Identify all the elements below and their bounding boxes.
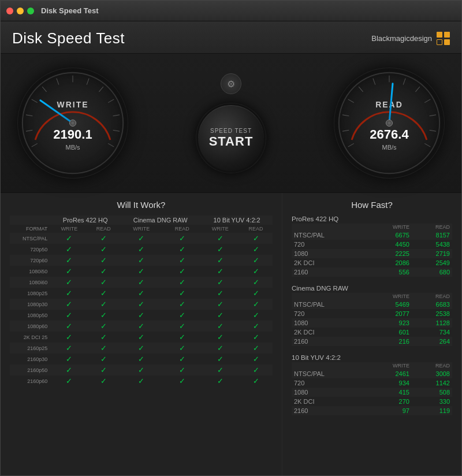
check-cell: ✓	[88, 321, 120, 332]
title-bar: Disk Speed Test	[1, 1, 461, 21]
svg-line-10	[108, 99, 114, 103]
codec-header-3: 10 Bit YUV 4:2:2	[201, 215, 273, 225]
write-gauge-container: WRITE 2190.1 MB/s	[18, 68, 128, 178]
ww-read-2: READ	[163, 225, 201, 233]
checkmark-icon: ✓	[100, 234, 107, 243]
codec-group-title: Cinema DNG RAW	[292, 285, 452, 292]
hf-write-value: 270	[366, 397, 412, 406]
checkmark-icon: ✓	[253, 300, 259, 308]
check-cell: ✓	[163, 255, 201, 266]
checkmark-icon: ✓	[217, 245, 223, 254]
check-cell: ✓	[51, 343, 87, 354]
check-cell: ✓	[239, 266, 273, 277]
table-row: 1080p25✓✓✓✓✓✓	[10, 288, 273, 299]
check-cell: ✓	[88, 288, 120, 299]
check-cell: ✓	[201, 277, 239, 288]
format-cell: 1080p30	[10, 299, 51, 310]
maximize-button[interactable]	[27, 8, 34, 14]
check-cell: ✓	[163, 332, 201, 343]
check-cell: ✓	[88, 310, 120, 321]
read-gauge-unit: MB/s	[382, 144, 396, 151]
checkmark-icon: ✓	[253, 322, 259, 330]
format-cell: 1080i50	[10, 266, 51, 277]
checkmark-icon: ✓	[253, 355, 259, 363]
check-cell: ✓	[239, 244, 273, 255]
checkmark-icon: ✓	[179, 322, 185, 330]
svg-line-16	[342, 130, 349, 131]
write-needle-hub	[69, 120, 76, 127]
check-cell: ✓	[88, 354, 120, 365]
check-cell: ✓	[120, 354, 163, 365]
table-row: NTSC/PAL24613008	[292, 369, 452, 378]
how-fast-table: WRITEREADNTSC/PAL54696683720207725381080…	[292, 293, 452, 346]
gear-icon: ⚙	[227, 79, 235, 90]
hf-read-value: 8157	[412, 230, 452, 240]
checkmark-icon: ✓	[253, 366, 259, 374]
settings-button[interactable]: ⚙	[221, 73, 241, 94]
svg-line-22	[403, 79, 405, 85]
close-button[interactable]	[6, 8, 13, 14]
svg-line-5	[42, 87, 46, 92]
gauges-section: WRITE 2190.1 MB/s ⚙ SPEED TEST START	[1, 54, 461, 192]
checkmark-icon: ✓	[253, 311, 259, 319]
check-cell: ✓	[239, 343, 273, 354]
start-button[interactable]: SPEED TEST START	[196, 103, 266, 173]
checkmark-icon: ✓	[179, 300, 185, 308]
hf-read-value: 2549	[412, 258, 452, 267]
ww-read-1: READ	[88, 225, 120, 233]
how-fast-table: WRITEREADNTSC/PAL66758157720445054381080…	[292, 224, 452, 277]
hf-label-col	[292, 293, 366, 300]
checkmark-icon: ✓	[217, 344, 223, 352]
checkmark-icon: ✓	[179, 311, 185, 319]
checkmark-icon: ✓	[253, 234, 259, 243]
format-cell: 1080p50	[10, 310, 51, 321]
table-row: 72044505438	[292, 240, 452, 249]
checkmark-icon: ✓	[138, 256, 144, 265]
checkmark-icon: ✓	[179, 267, 185, 276]
checkmark-icon: ✓	[100, 311, 107, 319]
check-cell: ✓	[51, 375, 87, 386]
checkmark-icon: ✓	[66, 311, 72, 319]
check-cell: ✓	[163, 365, 201, 375]
svg-line-24	[424, 99, 430, 103]
check-cell: ✓	[239, 233, 273, 244]
checkmark-icon: ✓	[100, 256, 107, 265]
hf-read-value: 119	[412, 406, 452, 415]
checkmark-icon: ✓	[179, 366, 185, 374]
read-gauge: READ 2676.4 MB/s	[334, 68, 444, 178]
check-cell: ✓	[201, 365, 239, 375]
hf-row-label: 720	[292, 309, 366, 318]
checkmark-icon: ✓	[138, 377, 144, 385]
check-cell: ✓	[88, 343, 120, 354]
table-row: 2160216264	[292, 337, 452, 346]
check-cell: ✓	[88, 266, 120, 277]
table-row: NTSC/PAL✓✓✓✓✓✓	[10, 233, 273, 244]
checkmark-icon: ✓	[253, 289, 259, 298]
hf-read-value: 2719	[412, 249, 452, 258]
checkmark-icon: ✓	[138, 289, 144, 298]
checkmark-icon: ✓	[100, 322, 107, 330]
brand-square-3	[437, 39, 442, 45]
hf-read-value: 5438	[412, 240, 452, 249]
table-row: 1080i50✓✓✓✓✓✓	[10, 266, 273, 277]
ww-write-1: WRITE	[51, 225, 87, 233]
table-row: 1080p50✓✓✓✓✓✓	[10, 310, 273, 321]
checkmark-icon: ✓	[138, 366, 144, 374]
hf-write-value: 97	[366, 406, 412, 415]
table-row: 108022252719	[292, 249, 452, 258]
hf-write-value: 556	[366, 267, 412, 277]
check-cell: ✓	[239, 321, 273, 332]
format-cell: 1080i60	[10, 277, 51, 288]
checkmark-icon: ✓	[138, 267, 144, 276]
checkmark-icon: ✓	[66, 278, 72, 287]
check-cell: ✓	[201, 299, 239, 310]
check-cell: ✓	[51, 310, 87, 321]
svg-line-4	[32, 99, 38, 103]
table-row: 2160p25✓✓✓✓✓✓	[10, 343, 273, 354]
check-cell: ✓	[88, 332, 120, 343]
minimize-button[interactable]	[17, 8, 24, 14]
hf-row-label: NTSC/PAL	[292, 230, 366, 240]
checkmark-icon: ✓	[179, 256, 185, 265]
read-gauge-container: READ 2676.4 MB/s	[334, 68, 444, 178]
write-gauge-label: WRITE	[57, 100, 88, 109]
